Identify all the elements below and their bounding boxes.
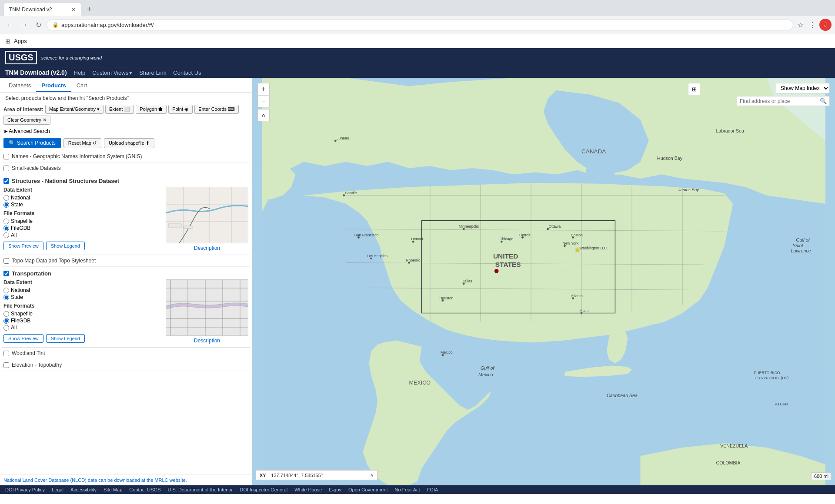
- tab-cart[interactable]: Cart: [71, 80, 93, 92]
- footer-no-fear[interactable]: No Fear Act: [395, 487, 420, 492]
- map-search-icon[interactable]: 🔍: [820, 98, 827, 104]
- extent-national-radio[interactable]: [3, 195, 9, 201]
- trans-extent-state-radio[interactable]: [3, 295, 9, 300]
- forward-button[interactable]: →: [18, 19, 30, 30]
- map-home-button[interactable]: ⌂: [257, 109, 270, 121]
- product-structures-checkbox[interactable]: [3, 178, 9, 184]
- map-coords-bar: XY -137.714844°, 7.585155° ∧: [256, 470, 377, 480]
- transportation-description-link[interactable]: Description: [166, 338, 248, 344]
- nlcd-text: data can be downloaded at the MRLC websi…: [88, 477, 187, 483]
- zoom-in-button[interactable]: +: [257, 83, 270, 95]
- back-button[interactable]: ←: [3, 19, 16, 30]
- data-extent-label-trans: Data Extent: [3, 279, 162, 285]
- tab-datasets[interactable]: Datasets: [3, 80, 36, 92]
- svg-text:Detroit: Detroit: [519, 233, 531, 237]
- footer-site-map[interactable]: Site Map: [104, 487, 122, 492]
- advanced-search-toggle[interactable]: ►Advanced Search: [3, 128, 50, 134]
- product-topo-checkbox[interactable]: [3, 258, 9, 264]
- nav-share-link[interactable]: Share Link: [139, 70, 166, 76]
- svg-text:Labrador Sea: Labrador Sea: [716, 128, 744, 133]
- url-input[interactable]: [61, 22, 788, 28]
- browser-menu-icon[interactable]: ⋮: [807, 19, 818, 31]
- product-names-row: Names - Geographic Names Information Sys…: [2, 151, 250, 162]
- footer-doi[interactable]: U.S. Department of the Interior: [167, 487, 233, 492]
- structures-show-legend-button[interactable]: Show Legend: [46, 242, 85, 250]
- svg-text:Saint: Saint: [792, 243, 803, 248]
- map-grid-button[interactable]: ⊞: [688, 83, 700, 95]
- trans-show-legend-button[interactable]: Show Legend: [46, 334, 85, 343]
- extent-state-radio[interactable]: [3, 202, 9, 208]
- structures-show-preview-button[interactable]: Show Preview: [3, 242, 43, 250]
- product-transportation-body: Data Extent National State File Formats: [3, 279, 248, 344]
- aoi-enter-coords-btn[interactable]: Enter Coords ⌨: [194, 105, 239, 114]
- aoi-polygon-btn[interactable]: Polygon ⬟: [136, 105, 167, 114]
- svg-text:Seattle: Seattle: [345, 191, 357, 195]
- active-tab[interactable]: TNM Download v2 ✕: [3, 3, 82, 16]
- svg-text:Mexico: Mexico: [441, 350, 453, 355]
- tab-close-icon[interactable]: ✕: [71, 6, 76, 13]
- aoi-extent-btn[interactable]: Extent ⬜: [105, 105, 134, 114]
- footer-doi-privacy[interactable]: DOI Privacy Policy: [5, 487, 45, 492]
- nav-help[interactable]: Help: [74, 70, 86, 76]
- map-panel[interactable]: CANADA Labrador Sea Hudson Bay James Bay…: [252, 78, 835, 485]
- trans-format-all-radio[interactable]: [3, 325, 9, 331]
- svg-text:US VIRGIN IS. (US): US VIRGIN IS. (US): [755, 376, 788, 380]
- format-shapefile-radio[interactable]: [3, 219, 9, 224]
- footer-contact-usgs[interactable]: Contact USGS: [129, 487, 160, 492]
- reload-button[interactable]: ↻: [33, 19, 44, 31]
- apps-label: Apps: [14, 38, 27, 44]
- svg-text:Dallas: Dallas: [461, 279, 472, 283]
- format-all-radio[interactable]: [3, 232, 9, 238]
- svg-text:CANADA: CANADA: [581, 148, 606, 155]
- tab-products[interactable]: Products: [36, 80, 71, 92]
- trans-extent-state-row: State: [3, 294, 162, 300]
- structures-description-link[interactable]: Description: [166, 245, 248, 251]
- product-structures-header: Structures - National Structures Dataset: [3, 178, 248, 184]
- svg-text:Boston: Boston: [571, 233, 583, 237]
- grid-icon: ⊞: [692, 86, 697, 93]
- footer-white-house[interactable]: White House: [294, 487, 322, 492]
- aoi-point-btn[interactable]: Point ◉: [168, 105, 193, 114]
- nav-custom-views[interactable]: Custom Views ▾: [92, 70, 132, 76]
- product-small-scale-checkbox[interactable]: [3, 166, 9, 171]
- trans-format-shapefile-radio[interactable]: [3, 311, 9, 317]
- format-filegdb-radio[interactable]: [3, 225, 9, 231]
- address-bar[interactable]: 🔒: [47, 20, 793, 30]
- map-index-select[interactable]: Show Map Index: [776, 83, 830, 93]
- map-address-search-input[interactable]: [740, 98, 818, 104]
- map-index-control: Show Map Index: [776, 83, 830, 93]
- coords-collapse-button[interactable]: ∧: [370, 472, 374, 478]
- svg-text:UNITED: UNITED: [493, 252, 518, 260]
- aoi-map-extent-btn[interactable]: Map Extent/Geometry ▾: [45, 105, 104, 114]
- usgs-tagline: science for a changing world: [41, 55, 102, 60]
- trans-format-filegdb-radio[interactable]: [3, 318, 9, 324]
- new-tab-button[interactable]: +: [84, 5, 95, 14]
- svg-text:Mexico: Mexico: [478, 372, 493, 377]
- zoom-out-button[interactable]: −: [257, 95, 270, 107]
- upload-shapefile-button[interactable]: Upload shapefile ⬆: [104, 138, 154, 148]
- footer-egov[interactable]: E-gov: [329, 487, 341, 492]
- file-formats-label-structures: File Formats: [3, 210, 162, 216]
- bookmark-star-icon[interactable]: ☆: [796, 19, 805, 31]
- svg-text:Caribbean Sea: Caribbean Sea: [607, 393, 638, 398]
- apps-grid-icon: ⊞: [5, 38, 10, 45]
- footer-foia[interactable]: FOIA: [427, 487, 438, 492]
- extent-national-label: National: [11, 195, 30, 201]
- trans-show-preview-button[interactable]: Show Preview: [3, 334, 43, 343]
- footer-open-gov[interactable]: Open Government: [348, 487, 388, 492]
- product-elevation-checkbox[interactable]: [3, 362, 9, 368]
- nlcd-link[interactable]: National Land Cover Database (NLCD): [3, 477, 87, 483]
- footer-inspector-general[interactable]: DOI Inspector General: [240, 487, 287, 492]
- user-avatar-icon[interactable]: J: [819, 19, 832, 31]
- product-woodland-checkbox[interactable]: [3, 351, 9, 356]
- product-names-checkbox[interactable]: [3, 154, 9, 159]
- footer-legal[interactable]: Legal: [52, 487, 63, 492]
- nav-contact-us[interactable]: Contact Us: [173, 70, 201, 76]
- product-transportation-checkbox[interactable]: [3, 271, 9, 276]
- trans-extent-national-radio[interactable]: [3, 288, 9, 293]
- main-layout: Datasets Products Cart Select products b…: [0, 78, 835, 485]
- footer-accessibility[interactable]: Accessibility: [70, 487, 97, 492]
- aoi-clear-geometry-btn[interactable]: Clear Geometry ✕: [3, 116, 50, 125]
- search-products-button[interactable]: 🔍 Search Products: [3, 138, 61, 148]
- reset-map-button[interactable]: Reset Map ↺: [63, 138, 101, 148]
